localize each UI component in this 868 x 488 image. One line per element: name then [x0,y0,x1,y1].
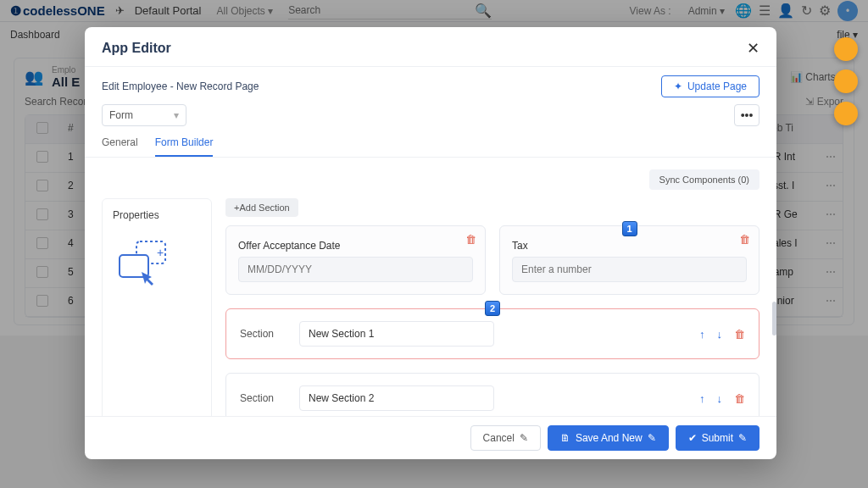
date-input[interactable] [238,257,473,282]
delete-field-button[interactable]: 🗑 [739,233,750,246]
section-label: Section [240,328,282,340]
row-actions[interactable]: ⋯ [817,144,843,173]
move-down-button[interactable]: ↓ [717,328,723,341]
save-and-new-button[interactable]: 🗎 Save And New ✎ [548,425,669,451]
properties-panel: Properties + [102,198,212,416]
app-editor-modal: App Editor ✕ Edit Employee - New Record … [85,27,776,459]
select-all-checkbox[interactable] [36,122,48,134]
tabs: General Form Builder [85,126,776,158]
field-card-date: 🗑 Offer Acceptance Date [225,225,486,295]
section-name-input[interactable] [299,321,494,347]
fab-2[interactable] [834,69,858,93]
add-section-button[interactable]: +Add Section [225,198,298,217]
row-actions[interactable]: ⋯ [817,173,843,202]
history-icon[interactable]: ↻ [801,3,812,19]
move-up-button[interactable]: ↑ [699,328,705,341]
scrollbar-thumb[interactable] [772,302,776,336]
field-card-tax: 1 🗑 Tax [499,225,760,295]
more-menu-button[interactable]: ••• [734,104,760,126]
pencil-icon: ✎ [648,432,656,444]
row-checkbox[interactable] [36,266,48,278]
logo: ❶codelessONE [10,3,105,19]
svg-text:+: + [157,246,164,259]
top-bar: ❶codelessONE ✈ Default Portal All Object… [0,0,868,22]
tab-form-builder[interactable]: Form Builder [155,136,214,157]
section-name-input[interactable] [299,385,494,411]
field-label: Offer Acceptance Date [238,240,473,252]
sync-components-button[interactable]: Sync Components (0) [649,169,760,190]
stack-icon[interactable]: ☰ [759,3,771,19]
row-checkbox[interactable] [36,295,48,307]
drag-illustration-icon: + [113,238,172,289]
modal-title: App Editor [102,41,171,56]
row-actions[interactable]: ⋯ [817,288,843,317]
group-icon: 👥 [25,68,43,86]
row-actions[interactable]: ⋯ [817,202,843,230]
move-up-button[interactable]: ↑ [699,392,705,405]
all-objects-dropdown[interactable]: All Objects ▾ [216,5,273,17]
row-actions[interactable]: ⋯ [817,230,843,259]
category-label: Emplo [52,65,80,75]
delete-field-button[interactable]: 🗑 [465,233,476,246]
close-button[interactable]: ✕ [747,39,760,58]
portal-label[interactable]: Default Portal [135,4,202,17]
avatar[interactable]: • [837,1,858,21]
row-actions[interactable]: ⋯ [817,259,843,288]
view-as-label: View As : [630,5,671,17]
global-search-input[interactable] [288,3,475,18]
chevron-down-icon: ▾ [174,109,179,121]
pencil-icon: ✎ [520,432,528,444]
section-row-2[interactable]: Section ↑ ↓ 🗑 [225,373,760,416]
field-label: Tax [512,240,747,252]
tab-general[interactable]: General [102,136,138,157]
step-badge-1: 1 [622,221,637,236]
nav-dashboard[interactable]: Dashboard [10,29,60,41]
step-badge-2: 2 [485,301,500,316]
delete-section-button[interactable]: 🗑 [734,392,745,405]
move-down-button[interactable]: ↓ [717,392,723,405]
cancel-button[interactable]: Cancel ✎ [470,425,541,451]
section-label: Section [240,392,282,404]
save-icon: 🗎 [560,432,570,444]
row-checkbox[interactable] [36,208,48,220]
section-row-1[interactable]: 2 Section ↑ ↓ 🗑 [225,308,760,359]
gear-icon[interactable]: ⚙ [819,3,831,19]
page-title: All E [52,75,80,89]
submit-button[interactable]: ✔ Submit ✎ [676,425,760,451]
send-icon: ✈ [115,4,125,17]
view-type-select[interactable]: Form▾ [102,104,186,126]
row-checkbox[interactable] [36,151,48,163]
globe-icon[interactable]: 🌐 [735,3,752,19]
search-icon[interactable]: 🔍 [475,3,492,19]
update-page-button[interactable]: ✦Update Page [661,75,760,97]
wand-icon: ✦ [674,80,682,92]
fab-3[interactable] [834,102,858,125]
number-input[interactable] [512,257,747,282]
role-dropdown[interactable]: Admin ▾ [688,5,725,17]
user-icon[interactable]: 👤 [777,3,794,19]
row-checkbox[interactable] [36,237,48,249]
check-icon: ✔ [688,432,697,444]
properties-label: Properties [113,209,201,221]
pencil-icon: ✎ [738,432,747,444]
breadcrumb: Edit Employee - New Record Page [102,80,259,92]
row-checkbox[interactable] [36,180,48,191]
delete-section-button[interactable]: 🗑 [734,328,745,341]
fab-1[interactable] [834,37,858,61]
